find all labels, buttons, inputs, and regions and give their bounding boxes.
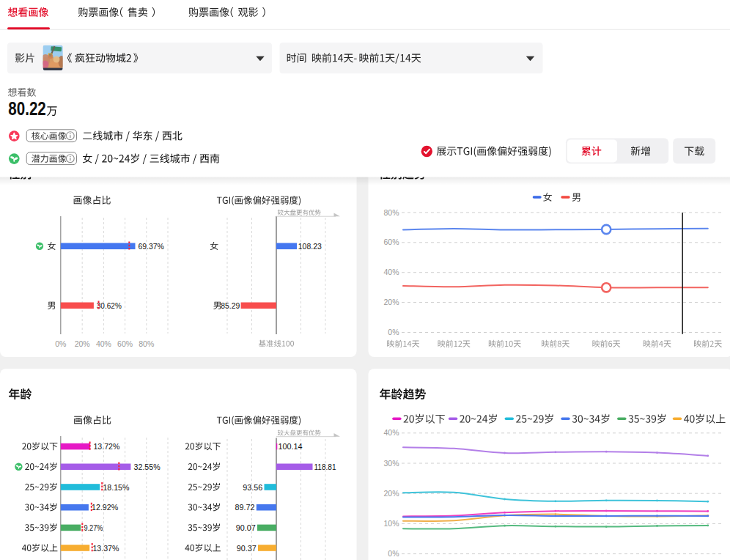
svg-text:80.22: 80.22: [8, 98, 46, 119]
svg-text:13.72%: 13.72%: [93, 442, 119, 451]
svg-text:20%: 20%: [383, 489, 399, 498]
svg-text:40%: 40%: [383, 428, 399, 437]
svg-text:10%: 10%: [383, 519, 399, 528]
svg-text:13.37%: 13.37%: [92, 544, 119, 553]
svg-text:89.72: 89.72: [235, 503, 255, 512]
svg-text:30%: 30%: [383, 459, 399, 468]
svg-text:12.92%: 12.92%: [92, 503, 118, 512]
svg-text:118.81: 118.81: [314, 463, 336, 471]
svg-text:60%: 60%: [383, 237, 399, 246]
svg-text:40%: 40%: [96, 339, 111, 348]
svg-text:0%: 0%: [55, 339, 66, 348]
svg-text:0%: 0%: [388, 549, 399, 558]
svg-text:60%: 60%: [117, 339, 133, 348]
svg-text:90.37: 90.37: [237, 544, 257, 553]
svg-text:18.15%: 18.15%: [103, 483, 129, 492]
svg-text:9.27%: 9.27%: [84, 523, 103, 532]
svg-text:30.62%: 30.62%: [97, 301, 122, 310]
svg-text:85.29: 85.29: [221, 301, 240, 310]
svg-text:69.37%: 69.37%: [138, 242, 164, 251]
svg-text:80%: 80%: [139, 339, 154, 348]
svg-text:80%: 80%: [383, 208, 399, 217]
svg-text:20%: 20%: [383, 298, 399, 306]
svg-text:20%: 20%: [75, 339, 90, 348]
svg-text:100.14: 100.14: [279, 442, 303, 451]
svg-text:93.56: 93.56: [243, 483, 262, 492]
svg-text:40%: 40%: [383, 268, 399, 276]
svg-text:0%: 0%: [388, 328, 399, 336]
svg-text:108.23: 108.23: [298, 242, 322, 251]
svg-text:32.55%: 32.55%: [134, 463, 161, 471]
svg-text:90.07: 90.07: [236, 523, 256, 532]
